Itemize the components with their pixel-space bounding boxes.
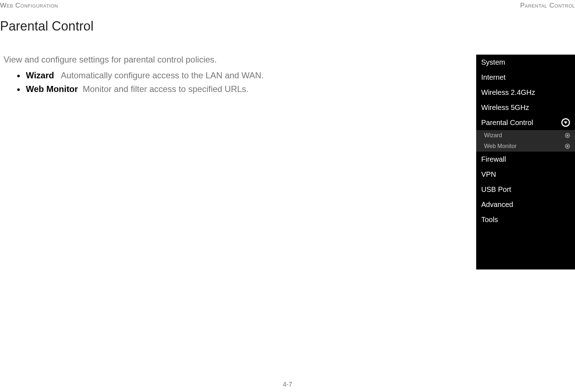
header-left: Web Configuration bbox=[0, 1, 58, 9]
radio-icon bbox=[565, 144, 570, 149]
sidebar-subitem-label: Wizard bbox=[484, 132, 502, 139]
feature-name-wizard: Wizard bbox=[26, 70, 54, 80]
sidebar-item-wireless-5[interactable]: Wireless 5GHz bbox=[476, 100, 575, 115]
sidebar-item-label: System bbox=[481, 58, 505, 66]
feature-list: Wizard Automatically configure access to… bbox=[17, 67, 264, 98]
list-item: Web Monitor Monitor and filter access to… bbox=[17, 84, 264, 94]
list-item: Wizard Automatically configure access to… bbox=[17, 70, 264, 80]
intro-text: View and configure settings for parental… bbox=[4, 55, 217, 65]
chevron-down-icon bbox=[561, 118, 570, 127]
sidebar-item-parental-control[interactable]: Parental Control bbox=[476, 115, 575, 130]
sidebar-item-label: Tools bbox=[481, 216, 498, 224]
sidebar-subitem-wizard[interactable]: Wizard bbox=[476, 130, 575, 141]
sidebar-item-wireless-24[interactable]: Wireless 2.4GHz bbox=[476, 85, 575, 100]
feature-name-web-monitor: Web Monitor bbox=[26, 84, 78, 94]
sidebar-item-label: Parental Control bbox=[481, 119, 533, 127]
radio-icon bbox=[565, 133, 570, 138]
sidebar-item-tools[interactable]: Tools bbox=[476, 212, 575, 227]
header-right: Parental Control bbox=[520, 1, 575, 9]
sidebar-item-system[interactable]: System bbox=[476, 55, 575, 70]
feature-desc-wizard: Automatically configure access to the LA… bbox=[61, 70, 264, 80]
sidebar-item-label: Wireless 5GHz bbox=[481, 103, 529, 112]
sidebar-subnav: Wizard Web Monitor bbox=[476, 130, 575, 152]
sidebar-item-label: Wireless 2.4GHz bbox=[481, 88, 535, 97]
page-title: Parental Control bbox=[0, 19, 93, 34]
sidebar-subitem-label: Web Monitor bbox=[484, 143, 516, 149]
sidebar-item-label: Advanced bbox=[481, 200, 513, 209]
sidebar-item-usb-port[interactable]: USB Port bbox=[476, 182, 575, 197]
sidebar-item-label: Firewall bbox=[481, 155, 506, 163]
sidebar: System Internet Wireless 2.4GHz Wireless… bbox=[476, 55, 575, 269]
page-number: 4-7 bbox=[283, 381, 292, 388]
sidebar-subitem-web-monitor[interactable]: Web Monitor bbox=[476, 141, 575, 152]
sidebar-item-advanced[interactable]: Advanced bbox=[476, 197, 575, 212]
sidebar-item-label: Internet bbox=[481, 73, 506, 82]
sidebar-item-internet[interactable]: Internet bbox=[476, 70, 575, 85]
sidebar-item-vpn[interactable]: VPN bbox=[476, 167, 575, 182]
sidebar-item-firewall[interactable]: Firewall bbox=[476, 152, 575, 167]
sidebar-item-label: USB Port bbox=[481, 185, 511, 194]
feature-desc-web-monitor: Monitor and filter access to specified U… bbox=[83, 84, 249, 94]
sidebar-item-label: VPN bbox=[481, 170, 496, 179]
